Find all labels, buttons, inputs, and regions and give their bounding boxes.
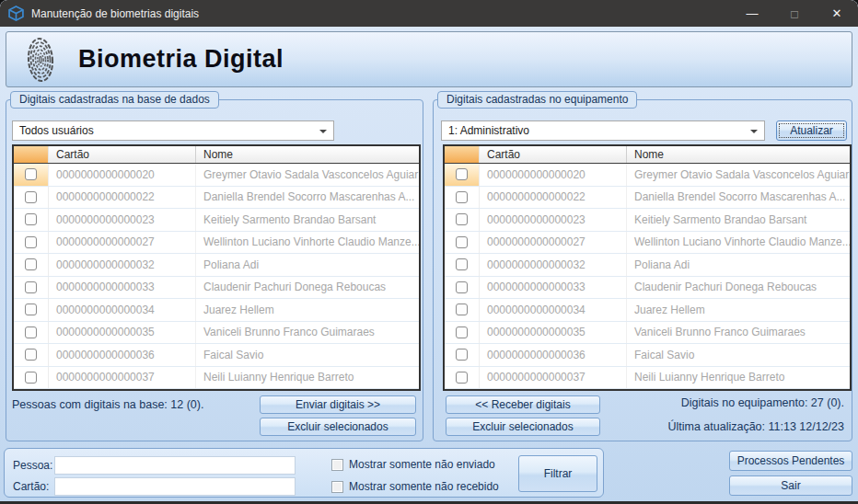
column-header-name[interactable]: Nome xyxy=(627,146,850,163)
column-header-name[interactable]: Nome xyxy=(196,146,419,163)
row-select-cell[interactable] xyxy=(445,232,480,254)
table-row[interactable]: 0000000000000023 Keitiely Sarmento Brand… xyxy=(14,209,419,232)
row-select-cell[interactable] xyxy=(14,164,49,186)
row-checkbox[interactable] xyxy=(456,236,468,248)
table-row[interactable]: 0000000000000035 Vaniceli Brunno Franco … xyxy=(445,322,850,345)
table-row[interactable]: 0000000000000022 Daniella Brendel Socorr… xyxy=(445,187,850,210)
column-header-card[interactable]: Cartão xyxy=(480,146,627,163)
table-row[interactable]: 0000000000000036 Faical Savio xyxy=(445,344,850,367)
refresh-button[interactable]: Atualizar xyxy=(776,120,847,141)
row-checkbox[interactable] xyxy=(25,281,37,293)
table-row[interactable]: 0000000000000036 Faical Savio xyxy=(14,344,419,367)
pending-processes-button[interactable]: Processos Pendentes xyxy=(729,451,852,471)
table-row[interactable]: 0000000000000023 Keitiely Sarmento Brand… xyxy=(445,209,850,232)
device-select[interactable]: 1: Administrativo xyxy=(441,120,765,141)
column-header-card[interactable]: Cartão xyxy=(49,146,196,163)
row-select-cell[interactable] xyxy=(14,277,49,299)
row-select-cell[interactable] xyxy=(14,344,49,366)
database-group-label: Digitais cadastradas na base de dados xyxy=(10,91,219,109)
table-row[interactable]: 0000000000000027 Wellinton Luciano Vinho… xyxy=(14,232,419,255)
chevron-down-icon xyxy=(319,130,327,133)
checkbox-box[interactable] xyxy=(331,481,343,493)
row-select-cell[interactable] xyxy=(445,254,480,276)
card-cell: 0000000000000033 xyxy=(49,277,196,299)
table-row[interactable]: 0000000000000037 Neili Luianny Henrique … xyxy=(14,367,419,390)
not-sent-checkbox[interactable]: Mostrar somente não enviado xyxy=(331,458,495,471)
chevron-down-icon xyxy=(750,130,758,133)
exit-button[interactable]: Sair xyxy=(729,475,852,496)
table-row[interactable]: 0000000000000020 Greymer Otavio Sadala V… xyxy=(14,164,419,187)
user-filter-select[interactable]: Todos usuários xyxy=(12,120,334,141)
receive-digitals-button[interactable]: << Receber digitais xyxy=(446,395,600,414)
table-row[interactable]: 0000000000000035 Vaniceli Brunno Franco … xyxy=(14,322,419,345)
row-checkbox[interactable] xyxy=(456,326,468,338)
row-select-cell[interactable] xyxy=(14,367,49,389)
not-received-checkbox[interactable]: Mostrar somente não recebido xyxy=(331,480,499,493)
send-digitals-button[interactable]: Enviar digitais >> xyxy=(260,395,416,414)
row-checkbox[interactable] xyxy=(456,281,468,293)
name-cell: Juarez Hellem xyxy=(196,299,419,321)
row-select-cell[interactable] xyxy=(445,367,480,389)
delete-selected-database-button[interactable]: Excluir selecionados xyxy=(260,418,416,436)
table-row[interactable]: 0000000000000020 Greymer Otavio Sadala V… xyxy=(445,164,850,187)
row-select-cell[interactable] xyxy=(445,299,480,321)
row-checkbox[interactable] xyxy=(25,304,37,315)
table-row[interactable]: 0000000000000037 Neili Luianny Henrique … xyxy=(445,367,850,390)
row-checkbox[interactable] xyxy=(25,349,37,361)
table-row[interactable]: 0000000000000033 Claudenir Pachuri Doneg… xyxy=(445,277,850,300)
row-checkbox[interactable] xyxy=(456,168,468,180)
row-select-cell[interactable] xyxy=(14,209,49,231)
row-checkbox[interactable] xyxy=(25,372,37,384)
maximize-button[interactable]: ◻ xyxy=(773,0,816,27)
row-checkbox[interactable] xyxy=(25,258,37,270)
row-checkbox[interactable] xyxy=(25,236,37,248)
row-select-cell[interactable] xyxy=(14,187,49,209)
card-cell: 0000000000000027 xyxy=(49,232,196,254)
table-row[interactable]: 0000000000000033 Claudenir Pachuri Doneg… xyxy=(14,277,419,300)
row-select-cell[interactable] xyxy=(14,322,49,344)
row-checkbox[interactable] xyxy=(456,304,468,315)
card-cell: 0000000000000035 xyxy=(480,322,627,344)
table-row[interactable]: 0000000000000032 Poliana Adi xyxy=(445,254,850,277)
checkbox-column-header[interactable] xyxy=(14,146,49,163)
checkbox-box[interactable] xyxy=(331,459,343,471)
row-checkbox[interactable] xyxy=(25,326,37,338)
card-input[interactable] xyxy=(54,477,296,496)
row-checkbox[interactable] xyxy=(456,191,468,203)
row-checkbox[interactable] xyxy=(25,168,37,180)
card-cell: 0000000000000033 xyxy=(480,277,627,299)
checkbox-column-header[interactable] xyxy=(445,146,480,163)
delete-selected-equipment-button[interactable]: Excluir selecionados xyxy=(446,418,600,436)
row-select-cell[interactable] xyxy=(14,232,49,254)
row-checkbox[interactable] xyxy=(456,213,468,225)
minimize-button[interactable]: — xyxy=(731,0,773,27)
row-select-cell[interactable] xyxy=(445,344,480,366)
row-select-cell[interactable] xyxy=(445,164,480,186)
name-cell: Keitiely Sarmento Brandao Barsant xyxy=(196,209,419,231)
table-row[interactable]: 0000000000000034 Juarez Hellem xyxy=(14,299,419,322)
close-button[interactable]: ✕ xyxy=(816,0,858,27)
table-row[interactable]: 0000000000000027 Wellinton Luciano Vinho… xyxy=(445,232,850,255)
row-select-cell[interactable] xyxy=(14,254,49,276)
row-select-cell[interactable] xyxy=(445,187,480,209)
row-checkbox[interactable] xyxy=(456,349,468,361)
window-title: Manutenção de biometrias digitais xyxy=(31,7,199,20)
table-row[interactable]: 0000000000000022 Daniella Brendel Socorr… xyxy=(14,187,419,210)
row-checkbox[interactable] xyxy=(25,191,37,203)
row-checkbox[interactable] xyxy=(456,372,468,384)
row-select-cell[interactable] xyxy=(445,209,480,231)
filter-button[interactable]: Filtrar xyxy=(518,455,597,492)
row-checkbox[interactable] xyxy=(25,213,37,225)
table-row[interactable]: 0000000000000034 Juarez Hellem xyxy=(445,299,850,322)
name-cell: Greymer Otavio Sadala Vasconcelos Aguiar xyxy=(627,164,850,186)
row-select-cell[interactable] xyxy=(14,299,49,321)
row-select-cell[interactable] xyxy=(445,277,480,299)
person-input[interactable] xyxy=(54,456,296,475)
titlebar[interactable]: Manutenção de biometrias digitais — ◻ ✕ xyxy=(0,0,858,27)
equipment-digitals-table: Cartão Nome 0000000000000020 Greymer Ota… xyxy=(443,144,852,391)
row-select-cell[interactable] xyxy=(445,322,480,344)
row-checkbox[interactable] xyxy=(456,258,468,270)
table-row[interactable]: 0000000000000032 Poliana Adi xyxy=(14,254,419,277)
card-cell: 0000000000000020 xyxy=(49,164,196,186)
not-sent-label: Mostrar somente não enviado xyxy=(349,458,495,471)
